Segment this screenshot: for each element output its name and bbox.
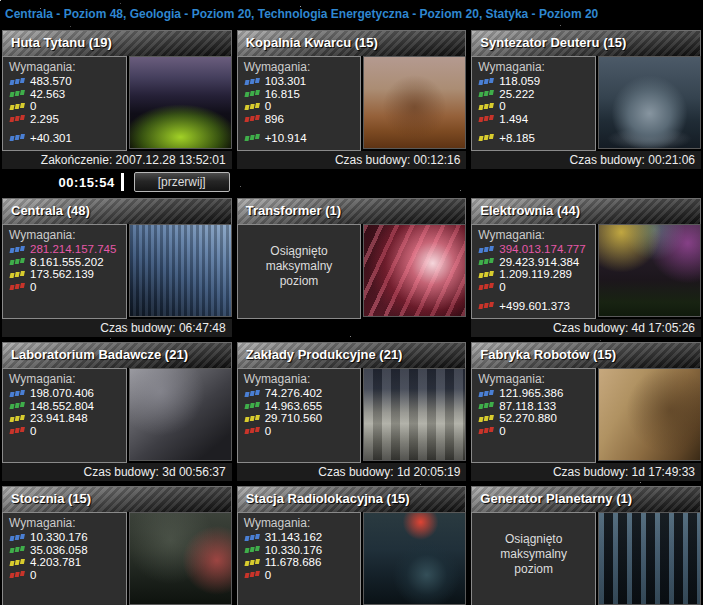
building-title-link[interactable]: Kopalnia Kwarcu (15) bbox=[237, 30, 467, 56]
building-image[interactable] bbox=[129, 56, 232, 149]
building-title-link[interactable]: Zakłady Produkcyjne (21) bbox=[237, 342, 467, 368]
building-image[interactable] bbox=[129, 224, 232, 317]
requirement-row: 1.494 bbox=[478, 113, 589, 126]
requirement-value: 0 bbox=[499, 281, 505, 293]
building-content: Wymagania: 74.276.402 14.963.655 29.710.… bbox=[237, 368, 467, 463]
building-title-link[interactable]: Syntezator Deuteru (15) bbox=[471, 30, 701, 56]
requirements-label: Wymagania: bbox=[478, 372, 589, 386]
kwarc-icon bbox=[244, 545, 260, 554]
tytan-icon bbox=[9, 389, 25, 398]
building-card: Generator Planetarny (1) Osiągnięto maks… bbox=[471, 486, 701, 605]
building-title-link[interactable]: Transformer (1) bbox=[237, 198, 467, 224]
requirements-list: 10.330.176 35.036.058 4.203.781 0 bbox=[9, 531, 120, 581]
building-image[interactable] bbox=[598, 224, 701, 317]
building-title-link[interactable]: Laboratorium Badawcze (21) bbox=[2, 342, 232, 368]
energia-icon bbox=[478, 282, 494, 291]
requirement-row: 281.214.157.745 bbox=[9, 243, 120, 256]
building-image[interactable] bbox=[598, 56, 701, 149]
kwarc-icon bbox=[244, 133, 260, 142]
requirements-label: Wymagania: bbox=[478, 60, 589, 74]
requirement-value: 2.295 bbox=[30, 113, 59, 125]
building-image[interactable] bbox=[129, 512, 232, 605]
building-title-link[interactable]: Centrala (48) bbox=[2, 198, 232, 224]
requirements-label: Wymagania: bbox=[244, 516, 355, 530]
cancel-build-button[interactable]: [przerwij] bbox=[134, 172, 230, 192]
requirements-box: Wymagania: 118.059 25.222 0 1.494 +8.185 bbox=[471, 56, 596, 151]
requirement-row: 0 bbox=[478, 281, 589, 294]
requirement-row: 0 bbox=[244, 100, 355, 113]
build-time-label: Zakończenie: 2007.12.28 13:52:01 bbox=[2, 151, 232, 169]
requirement-value: 0 bbox=[265, 100, 271, 112]
energia-icon bbox=[244, 114, 260, 123]
requirements-box: Wymagania: 483.570 42.563 0 2.295 +40.30… bbox=[2, 56, 127, 151]
requirements-label: Wymagania: bbox=[9, 516, 120, 530]
requirement-row: 42.563 bbox=[9, 88, 120, 101]
building-card: Huta Tytanu (19) Wymagania: 483.570 42.5… bbox=[2, 30, 232, 169]
requirement-row: 23.941.848 bbox=[9, 412, 120, 425]
building-title-link[interactable]: Elektrownia (44) bbox=[471, 198, 701, 224]
requirement-row: 483.570 bbox=[9, 75, 120, 88]
requirement-value: 483.570 bbox=[30, 75, 72, 87]
requirements-list: 31.143.162 10.330.176 11.678.686 0 bbox=[244, 531, 355, 581]
requirement-value: 25.222 bbox=[499, 88, 534, 100]
building-title-link[interactable]: Stocznia (15) bbox=[2, 486, 232, 512]
kwarc-icon bbox=[9, 257, 25, 266]
building-title-link[interactable]: Fabryka Robotów (15) bbox=[471, 342, 701, 368]
kwarc-icon bbox=[9, 89, 25, 98]
building-content: Wymagania: 10.330.176 35.036.058 4.203.7… bbox=[2, 512, 232, 605]
requirement-row: 16.815 bbox=[244, 88, 355, 101]
building-image[interactable] bbox=[363, 512, 466, 605]
energia-icon bbox=[9, 570, 25, 579]
building-image[interactable] bbox=[129, 368, 232, 461]
building-title-link[interactable]: Huta Tytanu (19) bbox=[2, 30, 232, 56]
building-content: Osiągnięto maksymalny poziom bbox=[237, 224, 467, 319]
max-level-message: Osiągnięto maksymalny poziom bbox=[478, 516, 589, 577]
energia-icon bbox=[9, 282, 25, 291]
tytan-icon bbox=[478, 245, 494, 254]
requirement-row: 0 bbox=[9, 425, 120, 438]
requirements-label: Wymagania: bbox=[244, 372, 355, 386]
requirements-list: 394.013.174.777 29.423.914.384 1.209.119… bbox=[478, 243, 589, 293]
building-image[interactable] bbox=[598, 368, 701, 461]
requirement-value: 74.276.402 bbox=[265, 387, 323, 399]
tytan-icon bbox=[9, 133, 25, 142]
production-row: +499.601.373 bbox=[478, 300, 589, 313]
building-title-link[interactable]: Stacja Radiolokacyjna (15) bbox=[237, 486, 467, 512]
production-row: +8.185 bbox=[478, 132, 589, 145]
requirement-value: 198.070.406 bbox=[30, 387, 94, 399]
building-card: Elektrownia (44) Wymagania: 394.013.174.… bbox=[471, 198, 701, 337]
requirement-value: 42.563 bbox=[30, 88, 65, 100]
requirements-label: Wymagania: bbox=[9, 228, 120, 242]
building-content: Wymagania: 103.301 16.815 0 896 +10.914 bbox=[237, 56, 467, 151]
building-image[interactable] bbox=[598, 512, 701, 605]
requirement-value: 173.562.139 bbox=[30, 268, 94, 280]
requirement-row: 0 bbox=[244, 569, 355, 582]
requirements-list: 74.276.402 14.963.655 29.710.560 0 bbox=[244, 387, 355, 437]
building-image[interactable] bbox=[363, 224, 466, 317]
buildings-page: Centrala - Poziom 48, Geologia - Poziom … bbox=[0, 0, 703, 605]
requirement-value: 10.330.176 bbox=[265, 544, 323, 556]
building-title-link[interactable]: Generator Planetarny (1) bbox=[471, 486, 701, 512]
requirements-list: 103.301 16.815 0 896 bbox=[244, 75, 355, 125]
max-level-message: Osiągnięto maksymalny poziom bbox=[244, 228, 355, 289]
requirement-row: 394.013.174.777 bbox=[478, 243, 589, 256]
build-time-label: Czas budowy: 1d 17:49:33 bbox=[471, 463, 701, 481]
requirements-box: Wymagania: 31.143.162 10.330.176 11.678.… bbox=[237, 512, 362, 605]
kwarc-icon bbox=[478, 257, 494, 266]
kwarc-icon bbox=[478, 89, 494, 98]
requirement-value: 1.494 bbox=[499, 113, 528, 125]
requirement-row: 896 bbox=[244, 113, 355, 126]
requirements-box: Wymagania: 103.301 16.815 0 896 +10.914 bbox=[237, 56, 362, 151]
tytan-icon bbox=[244, 77, 260, 86]
building-image[interactable] bbox=[363, 368, 466, 461]
requirement-row: 29.423.914.384 bbox=[478, 256, 589, 269]
building-image[interactable] bbox=[363, 56, 466, 149]
deuter-icon bbox=[9, 102, 25, 111]
building-cell: Huta Tytanu (19) Wymagania: 483.570 42.5… bbox=[2, 30, 232, 193]
requirement-value: 14.963.655 bbox=[265, 400, 323, 412]
build-time-label: Czas budowy: 3d 00:56:37 bbox=[2, 463, 232, 481]
requirement-row: 31.143.162 bbox=[244, 531, 355, 544]
requirements-box: Wymagania: 394.013.174.777 29.423.914.38… bbox=[471, 224, 596, 319]
requirements-list: 198.070.406 148.552.804 23.941.848 0 bbox=[9, 387, 120, 437]
requirement-row: 103.301 bbox=[244, 75, 355, 88]
